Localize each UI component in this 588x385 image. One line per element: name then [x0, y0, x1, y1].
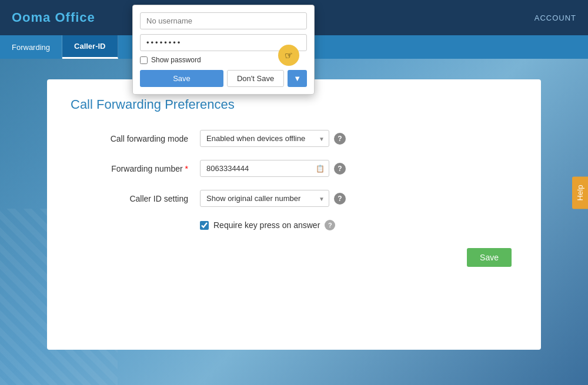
require-key-press-label: Require key press on answer — [213, 220, 320, 230]
caller-id-select[interactable]: Show original caller number Show my numb… — [200, 190, 329, 207]
caller-id-row: Caller ID setting Show original caller n… — [71, 190, 517, 207]
tab-caller-id-label: Caller-ID — [74, 42, 105, 51]
require-key-press-row: Require key press on answer ? — [200, 220, 517, 230]
page-title: Call Forwarding Preferences — [71, 97, 517, 112]
account-label: ACCOUNT — [534, 14, 576, 22]
forwarding-number-input[interactable] — [200, 160, 329, 177]
forwarding-number-input-wrapper: 📋 — [200, 160, 329, 177]
forwarding-mode-select-wrapper: Always Enabled when devices offline Neve… — [200, 130, 329, 147]
tab-forwarding[interactable]: Forwarding — [0, 35, 62, 59]
tab-caller-id[interactable]: Caller-ID — [62, 35, 118, 59]
cursor-indicator: ☞ — [278, 45, 299, 66]
dialog-dropdown-button[interactable]: ▼ — [288, 70, 307, 87]
forwarding-mode-label: Call forwarding mode — [71, 134, 200, 143]
dialog-buttons: Save Don't Save ▼ — [140, 70, 307, 87]
caller-id-help-icon[interactable]: ? — [334, 193, 346, 205]
username-input[interactable] — [140, 12, 307, 29]
caller-id-label: Caller ID setting — [71, 194, 200, 203]
phone-icon: 📋 — [316, 165, 325, 173]
tab-forwarding-label: Forwarding — [12, 43, 50, 52]
forwarding-number-help-icon[interactable]: ? — [334, 163, 346, 175]
show-password-label: Show password — [151, 56, 201, 64]
forwarding-number-control: 📋 ? — [200, 160, 346, 177]
dialog-dont-save-button[interactable]: Don't Save — [227, 70, 284, 87]
caller-id-control: Show original caller number Show my numb… — [200, 190, 346, 207]
forwarding-mode-select[interactable]: Always Enabled when devices offline Neve… — [200, 130, 329, 147]
save-button[interactable]: Save — [467, 248, 512, 267]
logo: Ooma Office — [12, 10, 95, 25]
show-password-checkbox[interactable] — [140, 56, 148, 64]
forwarding-number-row: Forwarding number * 📋 ? — [71, 160, 517, 177]
main-content: Call Forwarding Preferences Call forward… — [47, 79, 541, 350]
require-key-press-help-icon[interactable]: ? — [325, 220, 335, 230]
forwarding-mode-help-icon[interactable]: ? — [334, 133, 346, 145]
required-star: * — [183, 164, 188, 173]
save-row: Save — [71, 248, 517, 267]
header-nav: ACCOUNT — [534, 14, 576, 22]
logo-text: Ooma Office — [12, 10, 95, 25]
dialog-save-button[interactable]: Save — [140, 70, 223, 87]
forwarding-number-label: Forwarding number * — [71, 164, 200, 173]
forwarding-mode-control: Always Enabled when devices offline Neve… — [200, 130, 346, 147]
require-key-press-checkbox[interactable] — [200, 221, 209, 230]
help-tab[interactable]: Help — [572, 176, 588, 209]
caller-id-select-wrapper: Show original caller number Show my numb… — [200, 190, 329, 207]
forwarding-mode-row: Call forwarding mode Always Enabled when… — [71, 130, 517, 147]
